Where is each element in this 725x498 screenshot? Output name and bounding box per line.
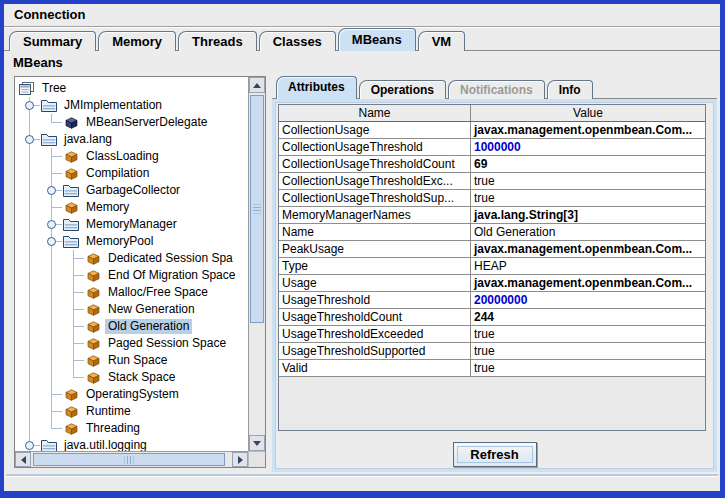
tree-connector [40,114,62,131]
collapse-toggle-icon[interactable] [18,97,40,114]
tree-item-java-lang[interactable]: java.lang [18,131,248,148]
tree-connector [18,318,40,335]
attributes-table-body: CollectionUsagejavax.management.openmbea… [279,122,705,377]
tree-item-memorypool[interactable]: MemoryPool [18,233,248,250]
tree-connector [62,250,84,267]
scroll-down-button[interactable] [249,435,265,451]
table-row[interactable]: TypeHEAP [279,258,705,275]
tree-item-label: End Of Migration Space [105,268,238,283]
table-row[interactable]: MemoryManagerNamesjava.lang.String[3] [279,207,705,224]
table-row[interactable]: CollectionUsageThresholdSup...true [279,190,705,207]
tab-summary[interactable]: Summary [9,31,96,51]
table-row[interactable]: UsageThresholdExceededtrue [279,326,705,343]
attribute-value-cell: 244 [471,309,705,325]
tree-item-dedicated-session-spa[interactable]: Dedicated Session Spa [18,250,248,267]
tab-memory[interactable]: Memory [98,31,176,51]
tree-item-end-of-migration-space[interactable]: End Of Migration Space [18,267,248,284]
expand-toggle-icon[interactable] [40,216,62,233]
scrollbar-corner [248,451,265,467]
tree-item-run-space[interactable]: Run Space [18,352,248,369]
scroll-up-button[interactable] [249,77,265,93]
refresh-button[interactable]: Refresh [453,442,537,467]
tree-connector [40,250,62,267]
tree-item-jmimplementation[interactable]: JMImplementation [18,97,248,114]
attribute-value-cell: javax.management.openmbean.Com... [471,241,705,257]
tree-item-memorymanager[interactable]: MemoryManager [18,216,248,233]
scroll-right-button[interactable] [232,452,248,467]
tree-item-compilation[interactable]: Compilation [18,165,248,182]
column-header-value[interactable]: Value [471,105,705,121]
tree-horizontal-scrollbar[interactable] [15,451,248,467]
table-row[interactable]: Usagejavax.management.openmbean.Com... [279,275,705,292]
table-row[interactable]: UsageThresholdCount244 [279,309,705,326]
table-row[interactable]: CollectionUsageThresholdExc...true [279,173,705,190]
table-row[interactable]: CollectionUsageThresholdCount69 [279,156,705,173]
table-row[interactable]: CollectionUsagejavax.management.openmbea… [279,122,705,139]
attribute-value-cell[interactable]: 1000000 [471,139,705,155]
scroll-left-button[interactable] [15,452,31,467]
attribute-name-cell: UsageThresholdSupported [279,343,471,359]
arrow-down-icon [253,441,261,446]
tree-item-memory[interactable]: Memory [18,199,248,216]
table-row[interactable]: UsageThresholdSupportedtrue [279,343,705,360]
table-row[interactable]: NameOld Generation [279,224,705,241]
folder-icon [62,235,80,249]
tree-item-malloc-free-space[interactable]: Malloc/Free Space [18,284,248,301]
bottom-divider [6,474,718,476]
tab-operations[interactable]: Operations [359,80,446,99]
column-header-name[interactable]: Name [279,105,471,121]
tree-connector [40,199,62,216]
tree-item-stack-space[interactable]: Stack Space [18,369,248,386]
attribute-name-cell: Type [279,258,471,274]
tree-item-old-generation[interactable]: Old Generation [18,318,248,335]
tree-connector [18,114,40,131]
attribute-value-cell: HEAP [471,258,705,274]
tree-item-threading[interactable]: Threading [18,420,248,437]
attribute-value-cell: javax.management.openmbean.Com... [471,122,705,138]
tree-root-icon [18,82,36,96]
tab-attributes[interactable]: Attributes [276,76,357,99]
tree-connector [18,216,40,233]
collapse-toggle-icon[interactable] [18,131,40,148]
collapse-toggle-icon[interactable] [40,233,62,250]
expand-toggle-icon[interactable] [40,182,62,199]
tree-item-tree[interactable]: Tree [18,80,248,97]
attribute-value-cell: Old Generation [471,224,705,240]
attribute-value-cell[interactable]: 20000000 [471,292,705,308]
table-row[interactable]: UsageThreshold20000000 [279,292,705,309]
tab-classes[interactable]: Classes [259,31,336,51]
tree-item-java-util-logging[interactable]: java.util.logging [18,437,248,451]
menu-connection[interactable]: Connection [8,4,92,26]
tab-mbeans[interactable]: MBeans [338,28,416,51]
table-row[interactable]: CollectionUsageThreshold1000000 [279,139,705,156]
tree-item-mbeanserverdelegate[interactable]: MBeanServerDelegate [18,114,248,131]
horizontal-scrollbar-thumb[interactable] [33,453,225,466]
mbean-icon [62,201,80,215]
expand-toggle-icon[interactable] [18,437,40,451]
page-title: MBeans [13,55,63,70]
table-row[interactable]: Validtrue [279,360,705,377]
tab-threads[interactable]: Threads [178,31,257,51]
vertical-scrollbar-thumb[interactable] [250,95,264,323]
mbean-tree-panel: TreeJMImplementationMBeanServerDelegatej… [14,76,266,468]
attribute-value-cell: true [471,343,705,359]
tree-connector [18,301,40,318]
attribute-name-cell: CollectionUsageThreshold [279,139,471,155]
mbean-icon [62,167,80,181]
tree-vertical-scrollbar[interactable] [248,77,265,451]
tab-notifications: Notifications [448,80,545,99]
tree-item-garbagecollector[interactable]: GarbageCollector [18,182,248,199]
tree-item-new-generation[interactable]: New Generation [18,301,248,318]
attribute-name-cell: UsageThresholdExceeded [279,326,471,342]
attribute-value-cell: true [471,173,705,189]
tab-info[interactable]: Info [547,80,593,99]
tree-item-paged-session-space[interactable]: Paged Session Space [18,335,248,352]
attribute-value-cell: true [471,326,705,342]
tree-connector [18,284,40,301]
tree-item-label: Stack Space [105,370,178,385]
tree-item-runtime[interactable]: Runtime [18,403,248,420]
table-row[interactable]: PeakUsagejavax.management.openmbean.Com.… [279,241,705,258]
tree-item-operatingsystem[interactable]: OperatingSystem [18,386,248,403]
tab-vm[interactable]: VM [418,31,466,51]
tree-item-classloading[interactable]: ClassLoading [18,148,248,165]
